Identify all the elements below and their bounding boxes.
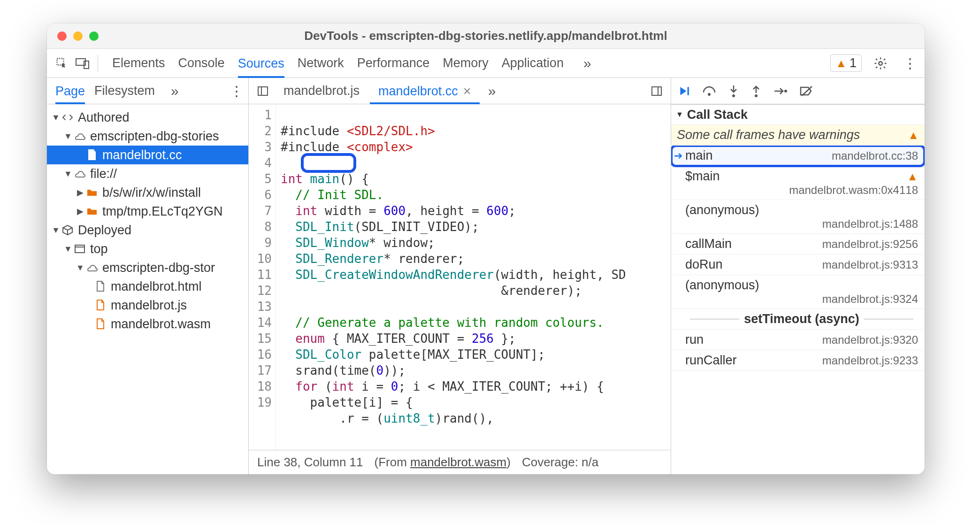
navigator-panel: Page Filesystem » ⋮ ▼Authored ▼emscripte… xyxy=(47,78,249,474)
warning-icon: ▲ xyxy=(908,129,919,142)
tree-authored[interactable]: ▼Authored xyxy=(47,108,248,127)
step-out-icon[interactable] xyxy=(751,85,761,98)
frame-dollar-main[interactable]: $main▲mandelbrot.wasm:0x4118 xyxy=(671,166,925,200)
tab-performance[interactable]: Performance xyxy=(357,49,430,77)
nav-tab-filesystem[interactable]: Filesystem xyxy=(94,78,155,104)
call-stack: ➔mainmandelbrot.cc:38 $main▲mandelbrot.w… xyxy=(671,146,925,474)
editor-tab-mandelbrot-cc[interactable]: mandelbrot.cc✕ xyxy=(370,78,480,104)
file-tree: ▼Authored ▼emscripten-dbg-stories mandel… xyxy=(47,104,248,474)
close-tab-icon[interactable]: ✕ xyxy=(463,85,471,98)
nav-more-tabs-icon[interactable]: » xyxy=(171,83,179,99)
tab-sources[interactable]: Sources xyxy=(238,49,284,78)
frame-run[interactable]: runmandelbrot.js:9320 xyxy=(671,330,925,350)
tree-top[interactable]: ▼top xyxy=(47,239,248,258)
main-toolbar: Elements Console Sources Network Perform… xyxy=(47,49,925,78)
tree-site-2[interactable]: ▼emscripten-dbg-stor xyxy=(47,258,248,277)
minimize-button[interactable] xyxy=(73,31,83,41)
window-title: DevTools - emscripten-dbg-stories.netlif… xyxy=(47,29,925,43)
call-stack-header[interactable]: ▼Call Stack xyxy=(671,104,925,125)
svg-rect-10 xyxy=(688,87,689,95)
step-into-icon[interactable] xyxy=(728,85,739,98)
tree-deployed[interactable]: ▼Deployed xyxy=(47,221,248,239)
tab-application[interactable]: Application xyxy=(502,49,564,77)
close-button[interactable] xyxy=(57,31,67,41)
tree-file-mandelbrot-html[interactable]: mandelbrot.html xyxy=(47,277,248,296)
device-toggle-icon[interactable] xyxy=(72,53,93,74)
frame-async-settimeout: setTimeout (async) xyxy=(671,309,925,330)
step-over-icon[interactable] xyxy=(702,85,716,97)
svg-point-11 xyxy=(708,93,711,96)
frame-dorun[interactable]: doRunmandelbrot.js:9313 xyxy=(671,255,925,275)
step-icon[interactable] xyxy=(773,86,788,96)
settings-icon[interactable] xyxy=(870,53,891,74)
more-tabs-icon[interactable]: » xyxy=(583,55,591,71)
tree-file-mandelbrot-cc[interactable]: mandelbrot.cc xyxy=(47,146,248,164)
svg-rect-8 xyxy=(652,87,661,95)
call-stack-warning: Some call frames have warnings▲ xyxy=(671,125,925,146)
deactivate-breakpoints-icon[interactable] xyxy=(800,85,814,97)
svg-rect-6 xyxy=(258,87,268,95)
panel-tabs: Elements Console Sources Network Perform… xyxy=(112,49,591,77)
tree-folder-1[interactable]: ▶b/s/w/ir/x/w/install xyxy=(47,183,248,202)
svg-point-3 xyxy=(879,62,882,65)
tree-file-mandelbrot-wasm[interactable]: mandelbrot.wasm xyxy=(47,315,248,333)
nav-kebab-icon[interactable]: ⋮ xyxy=(230,83,244,99)
tab-elements[interactable]: Elements xyxy=(112,49,165,77)
tree-file-mandelbrot-js[interactable]: mandelbrot.js xyxy=(47,296,248,315)
editor-more-tabs-icon[interactable]: » xyxy=(488,83,496,99)
svg-point-13 xyxy=(755,94,758,97)
tree-file-scheme[interactable]: ▼file:// xyxy=(47,164,248,183)
source-from: (From mandelbrot.wasm) xyxy=(374,455,510,470)
highlight-main xyxy=(301,153,356,173)
tree-site[interactable]: ▼emscripten-dbg-stories xyxy=(47,127,248,146)
frame-main[interactable]: ➔mainmandelbrot.cc:38 xyxy=(671,146,925,166)
frame-callmain[interactable]: callMainmandelbrot.js:9256 xyxy=(671,234,925,255)
debugger-panel: ▼Call Stack Some call frames have warnin… xyxy=(671,78,925,474)
tab-memory[interactable]: Memory xyxy=(443,49,489,77)
nav-tab-page[interactable]: Page xyxy=(55,78,85,104)
current-frame-arrow-icon: ➔ xyxy=(674,150,682,162)
code-editor[interactable]: 12345678910111213141516171819 #include <… xyxy=(249,104,671,450)
cursor-position: Line 38, Column 11 xyxy=(257,455,363,470)
line-gutter: 12345678910111213141516171819 xyxy=(249,104,276,450)
editor-panel: mandelbrot.js mandelbrot.cc✕ » 123456789… xyxy=(249,78,671,474)
svg-point-12 xyxy=(732,94,735,97)
editor-tab-mandelbrot-js[interactable]: mandelbrot.js xyxy=(275,78,368,104)
tree-folder-2[interactable]: ▶tmp/tmp.ELcTq2YGN xyxy=(47,202,248,221)
tab-network[interactable]: Network xyxy=(298,49,344,77)
frame-anon-1[interactable]: (anonymous)mandelbrot.js:1488 xyxy=(671,200,925,234)
warning-icon: ▲ xyxy=(907,170,918,183)
titlebar: DevTools - emscripten-dbg-stories.netlif… xyxy=(47,23,925,49)
frame-runcaller[interactable]: runCallermandelbrot.js:9233 xyxy=(671,350,925,371)
resume-icon[interactable] xyxy=(678,85,690,97)
svg-point-14 xyxy=(784,90,787,93)
frame-anon-2[interactable]: (anonymous)mandelbrot.js:9324 xyxy=(671,275,925,309)
kebab-menu-icon[interactable]: ⋮ xyxy=(899,53,920,74)
toggle-navigator-icon[interactable] xyxy=(253,81,273,101)
warnings-badge[interactable]: ▲ 1 xyxy=(830,54,862,72)
inspect-element-icon[interactable] xyxy=(52,53,72,74)
zoom-button[interactable] xyxy=(89,31,99,41)
editor-status-bar: Line 38, Column 11 (From mandelbrot.wasm… xyxy=(249,450,671,474)
devtools-window: DevTools - emscripten-dbg-stories.netlif… xyxy=(47,23,925,474)
warning-icon: ▲ xyxy=(835,57,847,70)
svg-rect-4 xyxy=(75,245,84,253)
coverage-status: Coverage: n/a xyxy=(522,455,598,470)
tab-console[interactable]: Console xyxy=(178,49,225,77)
toggle-debugger-icon[interactable] xyxy=(646,81,667,101)
